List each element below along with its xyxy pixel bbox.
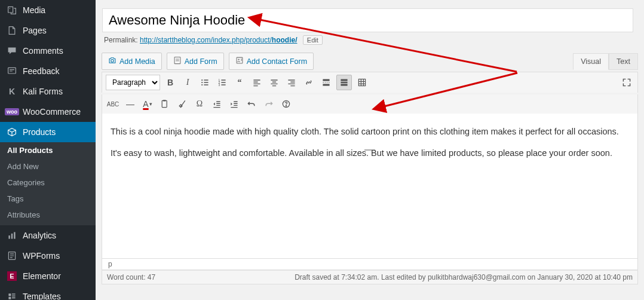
sidebar-item-label: Pages <box>23 26 47 35</box>
sidebar-item-templates[interactable]: Templates <box>0 286 96 300</box>
svg-rect-2 <box>8 235 10 239</box>
add-contact-form-button[interactable]: Add Contact Form <box>229 53 314 70</box>
italic-button[interactable]: I <box>180 75 195 90</box>
sidebar-sub-attributes[interactable]: Attributes <box>0 207 96 225</box>
tab-text[interactable]: Text <box>609 53 638 70</box>
svg-rect-4 <box>14 232 15 238</box>
admin-sidebar: Media Pages Comments Feedback K Kali For… <box>0 0 96 300</box>
sidebar-item-analytics[interactable]: Analytics <box>0 225 96 246</box>
comments-icon <box>6 45 18 57</box>
sidebar-sub-all-products[interactable]: All Products <box>0 142 96 158</box>
add-form-button[interactable]: Add Form <box>167 53 224 70</box>
draft-status: Draft saved at 7:34:02 am. Last edited b… <box>295 273 633 281</box>
add-media-button[interactable]: Add Media <box>102 53 162 70</box>
content-paragraph: It's easy to wash, lightweight and comfo… <box>111 147 629 160</box>
element-path: p <box>102 259 638 270</box>
sidebar-item-elementor[interactable]: E Elementor <box>0 266 96 286</box>
fullscreen-button[interactable] <box>620 75 634 90</box>
woocommerce-icon: woo <box>6 106 18 118</box>
sidebar-item-label: Analytics <box>23 231 56 240</box>
editor-toolbar-row1: Paragraph B I 123 “ <box>102 72 638 93</box>
svg-point-28 <box>286 106 286 106</box>
elementor-icon: E <box>6 270 18 282</box>
svg-text:3: 3 <box>219 84 220 87</box>
svg-rect-1 <box>8 68 16 74</box>
svg-rect-21 <box>341 82 347 83</box>
sidebar-item-media[interactable]: Media <box>0 0 96 20</box>
number-list-button[interactable]: 123 <box>215 75 229 90</box>
permalink-link[interactable]: http://starttheblog.com/index.php/produc… <box>140 36 297 44</box>
svg-rect-20 <box>341 79 347 81</box>
redo-button[interactable] <box>262 97 276 111</box>
wpforms-icon <box>6 250 18 262</box>
special-char-button[interactable]: Ω <box>192 97 207 111</box>
sidebar-item-label: Products <box>23 127 56 137</box>
svg-rect-25 <box>163 100 166 101</box>
paste-text-button[interactable]: T <box>158 97 172 111</box>
outdent-button[interactable] <box>210 97 224 111</box>
sidebar-item-comments[interactable]: Comments <box>0 41 96 61</box>
indent-button[interactable] <box>227 97 241 111</box>
feedback-icon <box>6 65 18 77</box>
editor-content[interactable]: This is a cool ninja hoodie made with hi… <box>102 114 638 259</box>
svg-point-12 <box>201 79 203 81</box>
svg-point-8 <box>111 59 114 62</box>
sidebar-item-label: Templates <box>23 292 61 300</box>
bold-button[interactable]: B <box>163 75 177 90</box>
sidebar-item-woocommerce[interactable]: woo WooCommerce <box>0 102 96 122</box>
undo-button[interactable] <box>244 97 259 111</box>
hr-button[interactable]: — <box>123 97 137 111</box>
svg-rect-19 <box>323 84 329 85</box>
word-count: Word count: 47 <box>107 273 155 281</box>
svg-text:T: T <box>164 102 166 106</box>
sidebar-item-label: Feedback <box>23 66 59 76</box>
analytics-icon <box>6 229 18 241</box>
clear-format-button[interactable] <box>175 97 189 111</box>
toolbar-toggle-button[interactable] <box>336 75 352 90</box>
content-paragraph: This is a cool ninja hoodie made with hi… <box>111 125 629 139</box>
sidebar-item-products[interactable]: Products <box>0 122 96 142</box>
link-button[interactable] <box>302 75 316 90</box>
sidebar-sub-add-new[interactable]: Add New <box>0 158 96 175</box>
edit-slug-button[interactable]: Edit <box>303 35 323 45</box>
media-icon <box>6 4 18 16</box>
blockquote-button[interactable]: “ <box>232 75 247 90</box>
readmore-button[interactable] <box>319 75 333 90</box>
pages-icon <box>6 25 18 36</box>
permalink-row: Permalink: http://starttheblog.com/index… <box>104 36 636 44</box>
sidebar-item-label: Elementor <box>23 271 61 281</box>
sidebar-item-wpforms[interactable]: WPForms <box>0 246 96 266</box>
svg-rect-3 <box>11 234 13 239</box>
statusbar: Word count: 47 Draft saved at 7:34:02 am… <box>102 270 638 284</box>
align-center-button[interactable] <box>267 75 281 90</box>
templates-icon <box>6 290 18 300</box>
kali-forms-icon: K <box>6 85 18 97</box>
sidebar-item-kali-forms[interactable]: K Kali Forms <box>0 81 96 102</box>
editor-main: Permalink: http://starttheblog.com/index… <box>96 0 644 300</box>
svg-rect-22 <box>341 84 347 85</box>
text-color-button[interactable]: A▾ <box>140 97 155 111</box>
svg-point-14 <box>201 84 203 85</box>
sidebar-item-feedback[interactable]: Feedback <box>0 61 96 81</box>
format-select[interactable]: Paragraph <box>106 75 160 90</box>
form-icon <box>173 56 182 66</box>
svg-point-11 <box>238 59 239 60</box>
align-right-button[interactable] <box>284 75 299 90</box>
tab-visual[interactable]: Visual <box>573 53 609 70</box>
editor-toolbar-row2: ABC — A▾ T Ω <box>102 94 638 114</box>
align-left-button[interactable] <box>250 75 264 90</box>
sidebar-sub-tags[interactable]: Tags <box>0 191 96 207</box>
help-button[interactable] <box>279 97 293 111</box>
table-button[interactable] <box>355 75 369 90</box>
sidebar-item-label: WooCommerce <box>23 107 81 117</box>
permalink-label: Permalink: <box>104 36 138 44</box>
sidebar-item-label: WPForms <box>23 251 60 261</box>
svg-rect-23 <box>358 79 365 85</box>
product-title-input[interactable] <box>102 8 633 32</box>
sidebar-sub-categories[interactable]: Categories <box>0 175 96 191</box>
bullet-list-button[interactable] <box>198 75 212 90</box>
products-icon <box>6 126 18 138</box>
sidebar-item-pages[interactable]: Pages <box>0 20 96 41</box>
svg-point-13 <box>201 82 203 83</box>
strikethrough-button[interactable]: ABC <box>106 97 120 111</box>
